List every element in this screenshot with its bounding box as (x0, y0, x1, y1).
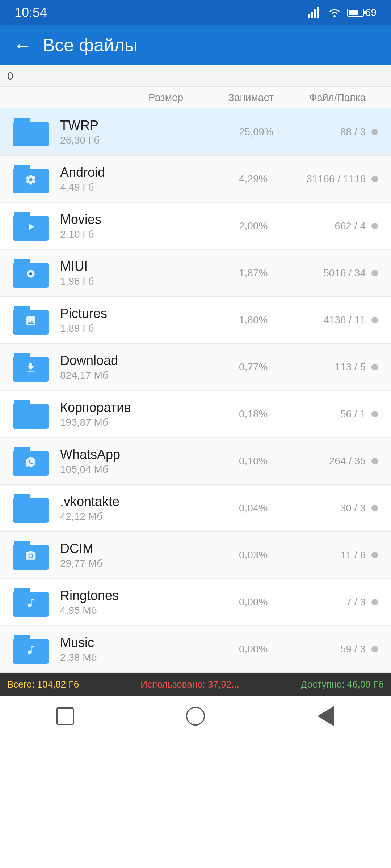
file-dot (366, 646, 384, 652)
file-dot (366, 505, 384, 511)
file-count: 30 / 3 (293, 502, 366, 514)
folder-icon (13, 400, 49, 429)
file-dot (366, 223, 384, 229)
svg-rect-3 (317, 7, 319, 18)
file-size: 2,10 Гб (60, 229, 239, 240)
file-info: DCIM 29,77 Мб (54, 541, 239, 569)
file-info: Корпоратив 193,87 Мб (54, 400, 239, 428)
list-item[interactable]: Movies 2,10 Гб 2,00% 662 / 4 (0, 203, 391, 250)
file-info: WhatsApp 105,04 Мб (54, 447, 239, 475)
svg-rect-1 (311, 12, 313, 18)
folder-icon-wrapper (7, 349, 54, 385)
file-name: .vkontakte (60, 494, 239, 509)
file-count: 662 / 4 (293, 220, 366, 232)
file-size: 2,38 Мб (60, 652, 239, 663)
status-bar: 10:54 69 (0, 0, 391, 25)
folder-overlay (13, 357, 49, 379)
file-info: Music 2,38 Мб (54, 635, 239, 663)
list-item[interactable]: Ringtones 4,95 Мб 0,00% 7 / 3 (0, 579, 391, 626)
svg-rect-2 (314, 9, 316, 18)
file-dot (366, 364, 384, 370)
nav-circle-button[interactable] (183, 703, 208, 729)
wifi-icon (328, 7, 341, 18)
file-count: 59 / 3 (293, 643, 366, 655)
file-dot (366, 129, 384, 135)
file-name: TWRP (60, 118, 239, 133)
file-percent: 0,00% (239, 596, 293, 608)
file-percent: 0,77% (239, 361, 293, 373)
list-item[interactable]: Download 824,17 Мб 0,77% 113 / 5 (0, 344, 391, 391)
file-count: 4136 / 11 (293, 314, 366, 326)
file-count: 5016 / 34 (293, 267, 366, 279)
file-percent: 4,29% (239, 173, 293, 185)
file-count: 7 / 3 (293, 596, 366, 608)
nav-back-button[interactable] (313, 703, 339, 729)
selection-dot (371, 176, 378, 182)
file-info: Android 4,49 Гб (54, 165, 239, 193)
selection-dot (371, 646, 378, 652)
list-item[interactable]: WhatsApp 105,04 Мб 0,10% 264 / 35 (0, 438, 391, 485)
selection-dot (371, 411, 378, 417)
list-item[interactable]: Android 4,49 Гб 4,29% 31166 / 1116 (0, 156, 391, 203)
back-button[interactable]: ← (13, 34, 32, 56)
file-info: Ringtones 4,95 Мб (54, 588, 239, 616)
folder-icon-wrapper (7, 396, 54, 432)
folder-icon (13, 306, 49, 335)
header: ← Все файлы (0, 25, 391, 65)
file-count: 56 / 1 (293, 408, 366, 420)
file-size: 1,96 Гб (60, 276, 239, 287)
file-name: Android (60, 165, 239, 180)
battery-icon: 69 (347, 7, 377, 18)
folder-icon (13, 541, 49, 570)
file-count: 113 / 5 (293, 361, 366, 373)
file-count: 11 / 6 (293, 549, 366, 561)
page-title: Все файлы (43, 35, 138, 56)
file-dot (366, 270, 384, 276)
folder-icon-wrapper (7, 208, 54, 244)
nav-square-button[interactable] (52, 703, 78, 729)
folder-icon (13, 494, 49, 523)
list-item[interactable]: Корпоратив 193,87 Мб 0,18% 56 / 1 (0, 391, 391, 438)
folder-icon-wrapper (7, 302, 54, 338)
file-count: 264 / 35 (293, 455, 366, 467)
list-item[interactable]: MIUI 1,96 Гб 1,87% 5016 / 34 (0, 250, 391, 297)
list-item[interactable]: Music 2,38 Мб 0,00% 59 / 3 (0, 626, 391, 673)
used-label: Использовано: 37,92... (140, 679, 239, 690)
folder-icon (13, 165, 49, 193)
file-info: .vkontakte 42,12 Мб (54, 494, 239, 522)
file-list: TWRP 26,30 Гб 25,09% 88 / 3 Android 4,49… (0, 109, 391, 673)
svg-point-6 (29, 272, 32, 275)
col-header-size: Размер (148, 92, 183, 103)
list-item[interactable]: .vkontakte 42,12 Мб 0,04% 30 / 3 (0, 485, 391, 532)
list-item[interactable]: TWRP 26,30 Гб 25,09% 88 / 3 (0, 109, 391, 156)
file-size: 29,77 Мб (60, 558, 239, 569)
list-item[interactable]: DCIM 29,77 Мб 0,03% 11 / 6 (0, 532, 391, 579)
selection-dot (371, 129, 378, 135)
folder-overlay (13, 639, 49, 661)
file-percent: 25,09% (239, 126, 293, 138)
total-label: Всего: 104,82 Гб (7, 679, 79, 690)
selection-dot (371, 317, 378, 323)
folder-icon-wrapper (7, 537, 54, 573)
folder-icon (13, 588, 49, 617)
file-size: 4,95 Мб (60, 605, 239, 616)
folder-icon (13, 447, 49, 476)
col-header-files: Файл/Папка (309, 92, 366, 103)
folder-icon-wrapper (7, 490, 54, 526)
column-headers: Размер Занимает Файл/Папка (0, 87, 391, 109)
list-item[interactable]: Pictures 1,89 Гб 1,80% 4136 / 11 (0, 297, 391, 344)
status-time: 10:54 (14, 5, 47, 20)
file-name: Корпоратив (60, 400, 239, 415)
svg-point-4 (333, 15, 336, 17)
folder-overlay (13, 545, 49, 567)
nav-circle-icon (186, 707, 205, 726)
folder-icon-wrapper (7, 255, 54, 291)
status-icons: 69 (308, 7, 377, 18)
file-info: Pictures 1,89 Гб (54, 306, 239, 334)
file-dot (366, 552, 384, 558)
sort-number: 0 (7, 70, 40, 82)
folder-icon-wrapper (7, 631, 54, 667)
available-label: Доступно: 46,09 Гб (301, 679, 384, 690)
folder-icon (13, 118, 49, 146)
file-info: Download 824,17 Мб (54, 353, 239, 381)
